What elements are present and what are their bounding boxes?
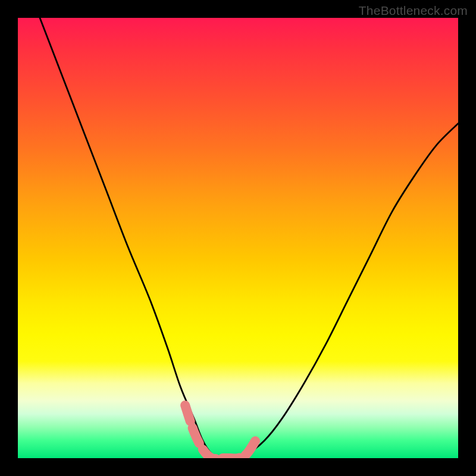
chart-plot-area xyxy=(18,18,458,458)
chart-svg xyxy=(18,18,458,458)
bottleneck-curve xyxy=(40,18,458,458)
highlight-segment xyxy=(185,405,255,458)
watermark-text: TheBottleneck.com xyxy=(359,4,468,18)
